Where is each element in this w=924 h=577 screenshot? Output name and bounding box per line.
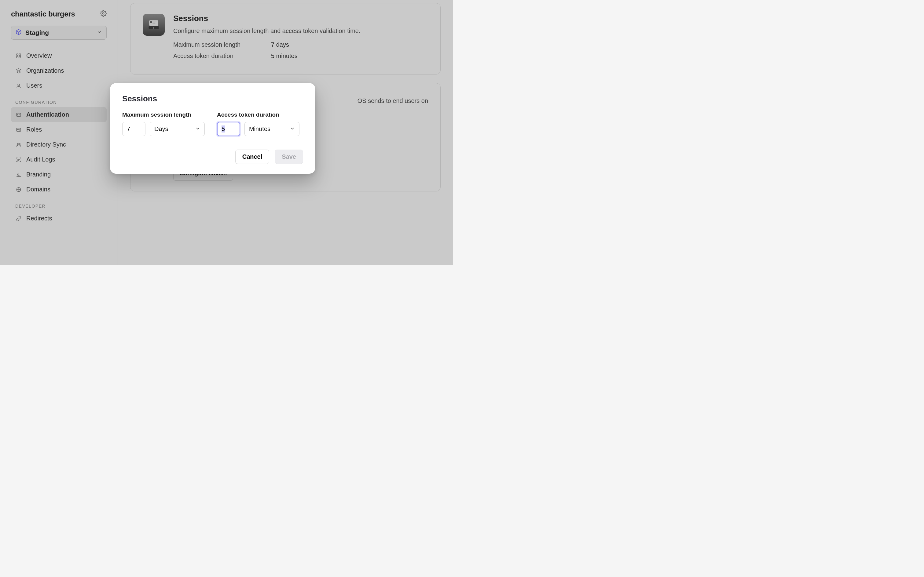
token-duration-unit-label: Minutes (249, 126, 270, 132)
modal-title: Sessions (122, 94, 303, 103)
cancel-button[interactable]: Cancel (235, 150, 270, 164)
max-session-unit-select[interactable]: Days (150, 122, 205, 136)
chevron-down-icon (195, 126, 200, 132)
max-session-value-input[interactable] (122, 122, 145, 136)
token-duration-unit-select[interactable]: Minutes (244, 122, 299, 136)
max-session-label: Maximum session length (122, 111, 205, 118)
sessions-modal: Sessions Maximum session length Days Acc… (110, 83, 315, 174)
save-button[interactable]: Save (275, 150, 303, 164)
max-session-unit-label: Days (154, 126, 168, 132)
chevron-down-icon (290, 126, 295, 132)
token-duration-value-input[interactable] (217, 122, 240, 136)
token-duration-label: Access token duration (217, 111, 299, 118)
